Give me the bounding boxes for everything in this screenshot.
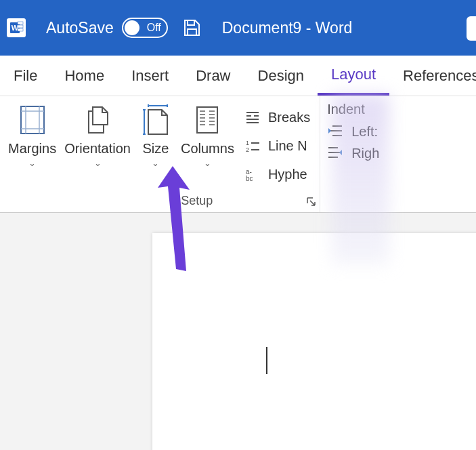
toggle-knob <box>125 20 139 35</box>
chevron-down-icon: ⌄ <box>204 158 211 168</box>
tab-references[interactable]: References <box>389 56 476 96</box>
indent-left-row[interactable]: Left: <box>327 123 379 140</box>
svg-rect-5 <box>188 20 194 25</box>
svg-text:bc: bc <box>246 175 253 182</box>
columns-icon <box>190 103 224 137</box>
document-area <box>0 213 476 450</box>
svg-text:1: 1 <box>246 140 249 146</box>
line-numbers-label: Line N <box>268 138 307 154</box>
line-numbers-button[interactable]: 1 2 Line N <box>244 134 310 159</box>
tab-home[interactable]: Home <box>51 56 118 96</box>
hyphenation-button[interactable]: a- bc Hyphe <box>244 162 310 186</box>
chevron-down-icon: ⌄ <box>28 158 36 168</box>
svg-rect-6 <box>188 29 196 35</box>
svg-rect-7 <box>21 106 44 134</box>
svg-rect-3 <box>18 25 23 28</box>
size-button[interactable]: Size ⌄ <box>135 103 177 189</box>
size-icon <box>139 103 173 137</box>
hyphenation-label: Hyphe <box>268 167 307 182</box>
chevron-down-icon: ⌄ <box>152 158 159 168</box>
columns-button[interactable]: Columns ⌄ <box>177 103 238 189</box>
orientation-icon <box>81 103 114 137</box>
svg-rect-2 <box>18 22 23 24</box>
breaks-label: Breaks <box>268 110 310 125</box>
tab-file[interactable]: File <box>0 56 51 96</box>
indent-right-icon <box>327 144 345 162</box>
autosave-label: AutoSave <box>46 19 114 37</box>
indent-left-icon <box>327 123 345 140</box>
indent-right-label: Righ <box>351 146 379 161</box>
save-icon[interactable] <box>181 18 202 38</box>
line-numbers-icon: 1 2 <box>244 138 261 155</box>
page-setup-dialog-launcher[interactable] <box>306 197 317 207</box>
toggle-state: Off <box>147 22 161 34</box>
chevron-down-icon: ⌄ <box>94 158 102 168</box>
margins-icon <box>16 103 49 137</box>
indent-title: Indent <box>327 102 379 117</box>
size-label: Size <box>143 141 169 157</box>
page-setup-group-label: e Setup <box>171 194 213 208</box>
document-page[interactable] <box>152 233 476 450</box>
svg-rect-4 <box>18 28 23 31</box>
text-cursor <box>266 347 267 374</box>
word-app-icon: W <box>7 18 26 37</box>
orientation-label: Orientation <box>64 141 131 157</box>
tab-design[interactable]: Design <box>244 56 318 96</box>
document-title: Document9 - Word <box>222 19 353 37</box>
ribbon-tabs: File Home Insert Draw Design Layout Refe… <box>0 56 476 96</box>
page-setup-small-list: Breaks 1 2 Line N a- bc <box>238 103 316 189</box>
tab-draw[interactable]: Draw <box>182 56 244 96</box>
margins-label: Margins <box>8 141 56 157</box>
indent-group: Indent Left: Righ <box>320 96 386 212</box>
orientation-button[interactable]: Orientation ⌄ <box>60 103 135 189</box>
tab-insert[interactable]: Insert <box>118 56 182 96</box>
columns-label: Columns <box>181 141 234 157</box>
hyphenation-icon: a- bc <box>244 165 261 183</box>
autosave-toggle[interactable]: Off <box>122 18 168 38</box>
collapsed-panel-tab[interactable] <box>467 16 476 41</box>
margins-button[interactable]: Margins ⌄ <box>4 103 60 189</box>
title-bar: W AutoSave Off Document9 - Word <box>0 0 476 56</box>
page-setup-group: Margins ⌄ Orientation ⌄ <box>0 96 320 212</box>
breaks-button[interactable]: Breaks <box>244 106 310 130</box>
indent-right-row[interactable]: Righ <box>327 144 379 162</box>
breaks-icon <box>244 109 261 127</box>
tab-layout[interactable]: Layout <box>318 56 389 96</box>
indent-left-label: Left: <box>351 124 378 140</box>
svg-text:2: 2 <box>246 146 249 153</box>
ribbon-content: Margins ⌄ Orientation ⌄ <box>0 96 476 213</box>
